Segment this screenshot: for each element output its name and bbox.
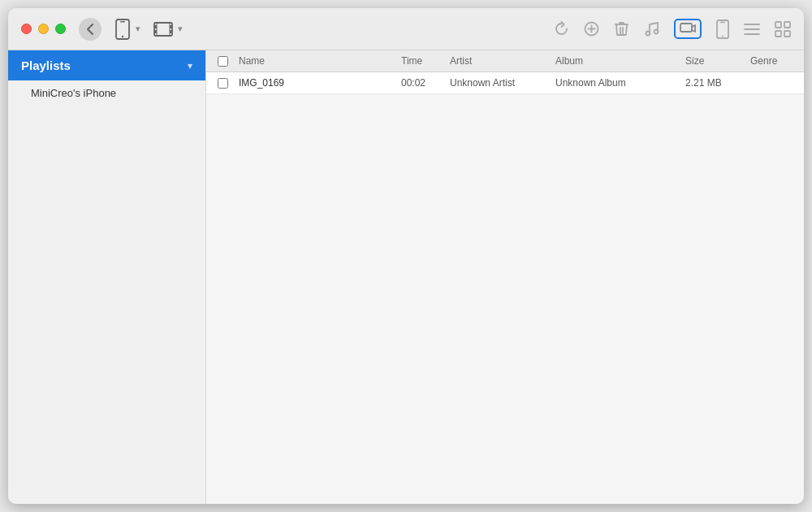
playlists-label: Playlists (21, 59, 71, 72)
row-name: IMG_0169 (239, 77, 401, 89)
refresh-button[interactable] (554, 21, 569, 37)
titlebar: ▾ ▾ (8, 8, 804, 50)
device-chevron: ▾ (136, 24, 140, 34)
row-album: Unknown Album (555, 77, 685, 89)
music-button[interactable] (644, 20, 659, 37)
svg-rect-25 (784, 31, 790, 37)
svg-point-13 (646, 32, 650, 36)
svg-rect-15 (680, 24, 692, 32)
add-button[interactable] (584, 21, 599, 37)
back-button[interactable] (79, 18, 102, 41)
delete-button[interactable] (614, 20, 629, 37)
device-selector[interactable]: ▾ (114, 19, 140, 40)
col-album-header: Album (555, 55, 685, 67)
col-check-header (206, 56, 239, 67)
video-button[interactable] (674, 19, 702, 39)
svg-point-18 (722, 35, 723, 37)
grid-view-button[interactable] (775, 21, 791, 37)
table-row[interactable]: IMG_0169 00:02 Unknown Artist Unknown Al… (206, 72, 804, 94)
minimize-button[interactable] (38, 24, 49, 34)
maximize-button[interactable] (55, 24, 66, 34)
sidebar: Playlists ▾ MiniCreo's iPhone (8, 50, 206, 504)
row-check (206, 78, 239, 89)
table-body: IMG_0169 00:02 Unknown Artist Unknown Al… (206, 72, 804, 504)
titlebar-left: ▾ ▾ (79, 18, 183, 41)
col-artist-header: Artist (450, 55, 555, 67)
col-genre-header: Genre (750, 55, 804, 67)
row-size: 2.21 MB (685, 77, 750, 89)
svg-rect-24 (775, 31, 781, 37)
table-header: Name Time Artist Album Size Genre Rating (206, 50, 804, 72)
playlists-chevron: ▾ (188, 60, 192, 72)
film-selector[interactable]: ▾ (153, 21, 183, 37)
svg-rect-22 (775, 22, 781, 28)
row-artist: Unknown Artist (450, 77, 555, 89)
phone-button[interactable] (716, 20, 729, 39)
svg-rect-23 (784, 22, 790, 28)
col-name-header: Name (239, 55, 401, 67)
col-time-header: Time (401, 55, 450, 67)
titlebar-right (554, 19, 791, 39)
sidebar-item-device[interactable]: MiniCreo's iPhone (8, 80, 205, 106)
svg-rect-1 (120, 21, 125, 23)
content-area: Name Time Artist Album Size Genre Rating… (206, 50, 804, 504)
svg-point-2 (122, 35, 123, 37)
traffic-lights (21, 24, 66, 34)
row-time: 00:02 (401, 77, 450, 89)
svg-point-14 (654, 30, 659, 34)
app-window: ▾ ▾ (8, 8, 804, 504)
film-chevron: ▾ (178, 24, 183, 34)
col-size-header: Size (685, 55, 750, 67)
close-button[interactable] (21, 24, 32, 34)
select-all-checkbox[interactable] (218, 56, 228, 67)
row-checkbox[interactable] (218, 78, 228, 89)
list-view-button[interactable] (744, 22, 760, 37)
playlists-header[interactable]: Playlists ▾ (8, 50, 205, 80)
main-content: Playlists ▾ MiniCreo's iPhone Name Time … (8, 50, 804, 504)
